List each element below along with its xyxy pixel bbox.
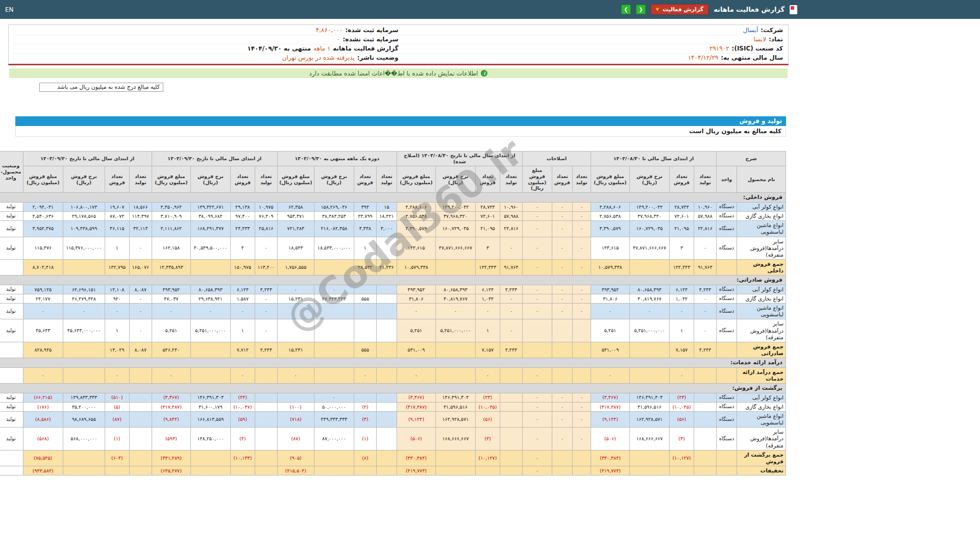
- cell: ۱: [105, 237, 129, 259]
- product-name: جمع فروش صادراتی: [737, 342, 786, 358]
- cell: ۱۰,۵۷۹,۳۳۸: [591, 259, 629, 275]
- cell: ۰: [105, 304, 129, 319]
- cell: [500, 466, 522, 475]
- cell: ۰: [552, 412, 572, 428]
- unit: دستگاه: [716, 203, 737, 212]
- cell: ۰: [500, 319, 522, 342]
- cell: ۸۷,۰۷۲: [105, 212, 129, 221]
- cell: (۱): [105, 428, 129, 450]
- cell: (۹,۸۴۲): [152, 412, 190, 428]
- cell: [669, 466, 694, 475]
- cell: [522, 319, 552, 342]
- publisher-icon[interactable]: [790, 5, 797, 14]
- cell: ۱۲۲,۴۴۳: [475, 259, 500, 275]
- report-type-label: گزارش فعالیت: [663, 6, 703, 13]
- cell: ۱۵: [376, 203, 397, 212]
- cell: ۱: [105, 319, 129, 342]
- cell: ۱: [475, 319, 500, 342]
- cell: [255, 466, 277, 475]
- column-header: تعداد تولید: [129, 166, 152, 193]
- cell: ۰: [255, 319, 277, 342]
- cell: ۴۹۳,۹۵۲: [152, 285, 190, 294]
- cell: ۶,۱۲۴: [475, 285, 500, 294]
- cell: ۱۸,۵۶۶: [129, 203, 152, 212]
- cell: (۱۰,۱۲۷): [669, 450, 694, 466]
- cell: [500, 393, 522, 402]
- cell: (۳,۳۶۷): [397, 393, 435, 402]
- cell: ۰: [230, 304, 255, 319]
- cell: ۲۷,۴۴۳,۲۴۳: [314, 294, 354, 304]
- prev-report-button[interactable]: ❮: [636, 5, 646, 14]
- table-row: انواع بخاری گازیدستگاه(۱۰,۰۴۵)۳۱,۵۹۶,۵۱۶…: [0, 402, 786, 411]
- cell: ۰: [552, 428, 572, 450]
- cell: ۳۰,۸۱۹,۷۶۷: [435, 294, 475, 304]
- cell: [255, 393, 277, 402]
- info-label: سرمایه ثبت شده:: [345, 27, 398, 34]
- cell: ۰: [572, 237, 591, 259]
- cell: ۰: [591, 367, 629, 383]
- cell: ۳۶,۱۱۵: [105, 221, 129, 237]
- cell: (۷۱۸): [277, 412, 314, 428]
- cell: (۹,۱۲۴): [397, 412, 435, 428]
- cell: ۰: [552, 294, 572, 304]
- cell: [552, 319, 572, 342]
- cell: ۱۶۸,۶۶۶,۶۶۷: [435, 428, 475, 450]
- product-name: انواع ماشین لباسشویی: [737, 412, 786, 428]
- column-header: واحد: [716, 166, 737, 193]
- cell: [255, 402, 277, 411]
- cell: ۱۴۳,۶۱۵: [397, 237, 435, 259]
- cell: [129, 412, 152, 428]
- column-header: نرخ فروش (ریال): [63, 166, 105, 193]
- cell: ۶,۱۲۴: [230, 285, 255, 294]
- topbar: گزارش فعالیت ماهانه گزارش فعالیت ▼ ❮ ❯ E…: [0, 0, 980, 19]
- info-row: نماد:لابسا: [399, 35, 783, 44]
- cell: ۹۲۰: [105, 294, 129, 304]
- report-type-select[interactable]: گزارش فعالیت ▼: [651, 4, 708, 15]
- cell: ۴,۱۱۱,۸۶۲: [152, 221, 190, 237]
- cell: ۰: [500, 304, 522, 319]
- column-header: نرخ فروش (ریال): [314, 166, 354, 193]
- product-name: انواع ماشین لباسشویی: [737, 221, 786, 237]
- next-report-button[interactable]: ❯: [621, 5, 631, 14]
- unit: دستگاه: [716, 304, 737, 319]
- sum-row: جمع فروش داخلی۹۱,۷۶۴۱۲۲,۴۴۳۱۰,۵۷۹,۳۳۸۰۰۰…: [0, 259, 786, 275]
- cell: ۰: [522, 259, 552, 275]
- cell: ۳: [475, 237, 500, 259]
- unit: دستگاه: [716, 212, 737, 221]
- language-toggle[interactable]: EN: [5, 6, 14, 13]
- cell: ۱۸,۵۴۳: [277, 237, 314, 259]
- cell: ۰: [397, 367, 435, 383]
- company-link[interactable]: آبسال: [743, 27, 758, 34]
- cell: ۳۱,۶۰۰,۱۷۹: [190, 402, 230, 411]
- cell: [314, 319, 354, 342]
- cell: ۱۴۹,۳۲۲,۶۷۱: [190, 203, 230, 212]
- cell: (۸۷): [105, 412, 129, 428]
- product-name: انواع بخاری گازی: [737, 294, 786, 304]
- cell: ۳۲,۱۱۳: [129, 221, 152, 237]
- cell: ۰: [500, 237, 522, 259]
- section-label: فروش داخلی:: [0, 193, 786, 203]
- product-status: تولید: [0, 319, 23, 342]
- cell: [129, 428, 152, 450]
- product-name: سایر درآمدها(فروش متفرقه): [737, 428, 786, 450]
- cell: ۱۴۳,۶۱۵: [591, 237, 629, 259]
- cell: ۲,۰۹۴,۰۳۱: [23, 203, 63, 212]
- cell: [435, 450, 475, 466]
- cell: ۱۲,۱۰۸: [105, 285, 129, 294]
- cell: ۱: [230, 319, 255, 342]
- cell: ۷۵۹,۱۲۵: [23, 285, 63, 294]
- cell: [190, 259, 230, 275]
- cell: [354, 304, 376, 319]
- cell: ۰: [255, 237, 277, 259]
- cell: ۳,۰۰۰: [376, 221, 397, 237]
- product-name: سایر درآمدها(فروش متفرقه): [737, 319, 786, 342]
- product-status: تولید: [0, 237, 23, 259]
- product-name: انواع بخاری گازی: [737, 402, 786, 411]
- cell: (۱۰۰): [277, 402, 314, 411]
- cell: [376, 285, 397, 294]
- table-currency-note: کلیه مبالغ به میلیون ریال است: [15, 126, 786, 137]
- column-header: شرح: [716, 152, 786, 166]
- column-header: تعداد فروش: [230, 166, 255, 193]
- cell: [314, 259, 354, 275]
- cell: [314, 304, 354, 319]
